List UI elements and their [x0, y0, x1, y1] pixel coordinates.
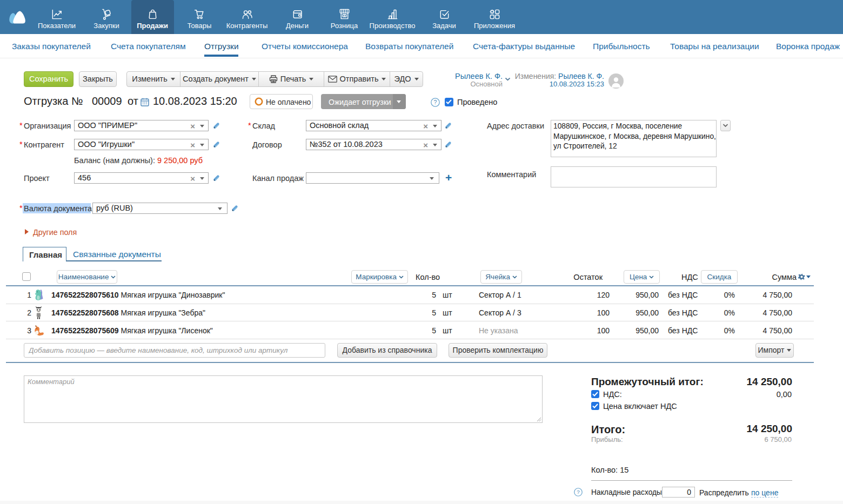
svg-text:?: ? — [434, 99, 437, 105]
svg-text:?: ? — [577, 489, 580, 495]
